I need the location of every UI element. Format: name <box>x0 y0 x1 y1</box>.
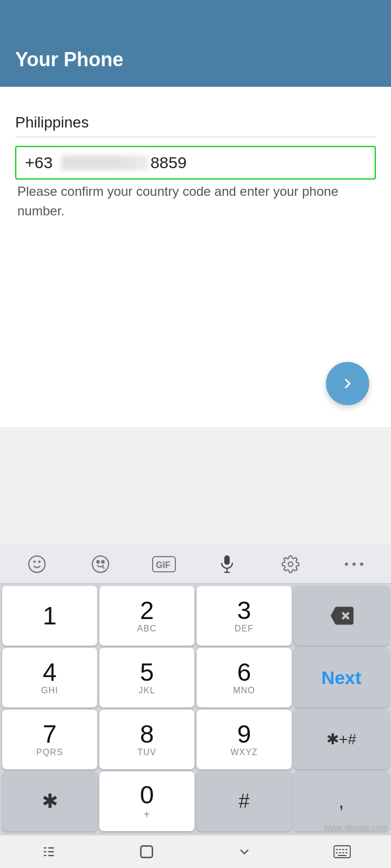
country-name: Philippines <box>15 114 89 131</box>
sticker-icon[interactable] <box>87 551 114 578</box>
keyboard-row-3: 7 PQRS 8 TUV 9 WXYZ ✱+# <box>2 710 389 769</box>
keyboard-row-1: 1 2 ABC 3 DEF <box>2 586 389 646</box>
home-icon[interactable] <box>130 841 163 863</box>
keyboard-rows: 1 2 ABC 3 DEF 4 GHI 5 <box>0 584 391 835</box>
key-7[interactable]: 7 PQRS <box>2 710 97 769</box>
keyboard: GIF <box>0 545 391 835</box>
instruction-text: Please confirm your country code and ent… <box>15 182 376 221</box>
more-options-icon[interactable] <box>340 551 368 578</box>
key-6[interactable]: 6 MNO <box>197 648 292 707</box>
key-4[interactable]: 4 GHI <box>2 648 97 707</box>
backspace-icon <box>330 604 354 628</box>
svg-point-13 <box>352 563 356 566</box>
key-backspace[interactable] <box>294 586 389 646</box>
back-icon[interactable] <box>228 841 261 863</box>
key-1[interactable]: 1 <box>2 586 97 646</box>
key-2[interactable]: 2 ABC <box>99 586 194 646</box>
svg-point-0 <box>29 556 45 572</box>
key-star-hash[interactable]: ✱+# <box>294 710 389 769</box>
keyboard-row-4: ✱ 0 + # , <box>2 771 389 831</box>
emoji-icon[interactable] <box>23 551 51 578</box>
svg-point-14 <box>360 563 363 566</box>
svg-text:GIF: GIF <box>156 560 171 570</box>
white-spacer <box>0 242 391 427</box>
keyboard-row-2: 4 GHI 5 JKL 6 MNO Next <box>2 648 389 707</box>
svg-point-4 <box>97 560 99 563</box>
svg-point-3 <box>92 556 109 572</box>
country-code: +63 <box>25 154 53 172</box>
keyboard-toolbar: GIF <box>0 545 391 584</box>
country-selector[interactable]: Philippines <box>15 108 376 137</box>
key-comma[interactable]: , <box>294 771 389 831</box>
keyboard-toggle-icon[interactable] <box>326 841 358 863</box>
main-content: Philippines +63 8859 Please confirm your… <box>0 87 391 242</box>
key-hash[interactable]: # <box>197 771 292 831</box>
svg-point-11 <box>288 561 293 566</box>
key-8[interactable]: 8 TUV <box>99 710 194 769</box>
key-0[interactable]: 0 + <box>99 771 194 831</box>
svg-rect-8 <box>224 555 230 565</box>
key-star[interactable]: ✱ <box>2 771 97 831</box>
settings-icon[interactable] <box>277 551 304 578</box>
navigation-bar <box>0 835 391 868</box>
recent-apps-icon[interactable] <box>33 841 65 863</box>
key-next[interactable]: Next <box>294 648 389 707</box>
next-arrow-button[interactable] <box>326 362 369 405</box>
svg-point-5 <box>102 560 104 563</box>
phone-input-row[interactable]: +63 8859 <box>15 146 376 180</box>
svg-point-12 <box>345 563 348 566</box>
app-header: Your Phone <box>0 33 391 87</box>
gif-icon[interactable]: GIF <box>150 551 178 578</box>
phone-visible-part: 8859 <box>150 154 187 172</box>
status-bar <box>0 0 391 33</box>
phone-blurred-part <box>61 155 148 170</box>
microphone-icon[interactable] <box>213 551 241 578</box>
key-3[interactable]: 3 DEF <box>197 586 292 646</box>
key-5[interactable]: 5 JKL <box>99 648 194 707</box>
svg-rect-21 <box>141 846 152 857</box>
page-title: Your Phone <box>15 48 123 71</box>
arrow-right-icon <box>338 374 357 393</box>
key-9[interactable]: 9 WXYZ <box>197 710 292 769</box>
